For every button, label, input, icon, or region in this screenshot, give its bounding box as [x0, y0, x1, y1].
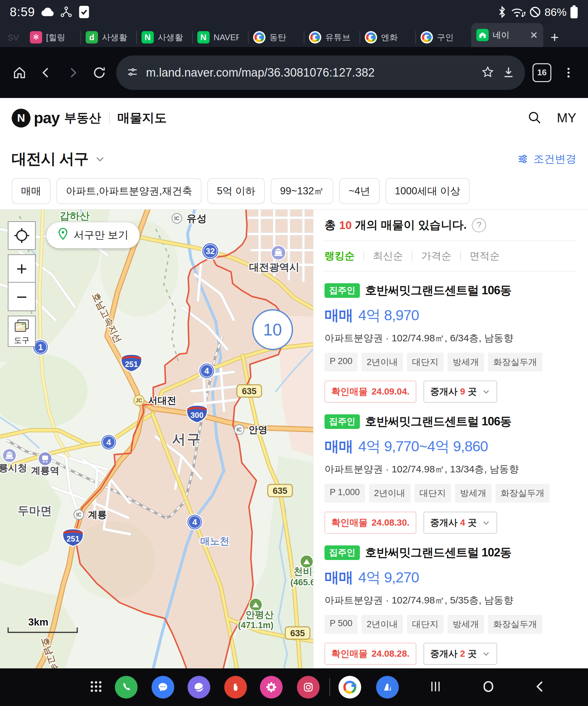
zoom-out-button[interactable]: −: [8, 283, 36, 311]
svg-text:251: 251: [67, 534, 79, 543]
home-nav-button[interactable]: [481, 679, 496, 695]
divider: [109, 112, 110, 124]
home-button[interactable]: [7, 61, 32, 85]
url-text[interactable]: m.land.naver.com/map/36.3081076:127.382: [146, 66, 474, 79]
listing-item[interactable]: 집주인 호반써밋그랜드센트럴 106동 매매4억 8,970 아파트분양권 · …: [324, 272, 576, 403]
cloud-icon: [40, 6, 54, 17]
tab-switcher-button[interactable]: 16: [530, 61, 554, 85]
route-shield-4a: 4: [199, 363, 214, 379]
map-label-maenocheon: 매노천: [200, 536, 229, 546]
naver-land-app-icon[interactable]: [376, 676, 399, 699]
molecule-icon: [60, 5, 73, 18]
apps-grid-icon[interactable]: [89, 679, 103, 695]
forward-button[interactable]: [61, 61, 85, 85]
browser-chrome: 8:59: [0, 0, 588, 47]
listing-tags: P 2002년이내 대단지방세개 화장실두개: [324, 353, 576, 371]
new-tab-button[interactable]: +: [543, 28, 566, 47]
site-settings-icon[interactable]: [126, 66, 139, 80]
tab-active-naver-land[interactable]: 네이 ✕: [471, 23, 543, 47]
recents-nav-button[interactable]: [428, 679, 443, 695]
map-label-cheonbisan: 천비산: [294, 566, 313, 577]
station-icon: [38, 452, 52, 466]
route-shield-635c: 635: [285, 627, 310, 639]
svg-text:4: 4: [204, 366, 209, 376]
url-bar[interactable]: m.land.naver.com/map/36.3081076:127.382: [116, 55, 525, 90]
condition-change-button[interactable]: 조건변경: [517, 152, 576, 166]
tab-privacy-2[interactable]: N 사생활: [136, 28, 192, 47]
camera-icon[interactable]: [297, 676, 320, 699]
section-label[interactable]: 부동산: [64, 110, 101, 126]
listing-item[interactable]: 집주인 호반써밋그랜드센트럴 105동 매매4억 9,770: [324, 665, 576, 668]
filter-section: 대전시 서구 조건변경 매매 아파트,아파트분양권,재건축 5억 이하 99~1…: [0, 138, 588, 209]
sort-newest[interactable]: 최신순: [373, 249, 403, 263]
dock-divider: [329, 678, 330, 696]
content: 갑하산 (468.7m) 서구 두마면 매노천 호남고속지선 호남고속지선 대전…: [0, 209, 588, 668]
tab-privacy-1[interactable]: d 사생활: [80, 28, 136, 47]
band-icon[interactable]: [224, 676, 247, 699]
svg-text:635: 635: [290, 628, 305, 638]
sort-ranking[interactable]: 랭킹순: [324, 249, 355, 263]
browser-toolbar: m.land.naver.com/map/36.3081076:127.382 …: [0, 47, 588, 98]
cluster-marker[interactable]: 10: [253, 310, 292, 349]
search-icon[interactable]: [527, 110, 542, 126]
svg-text:IC: IC: [76, 512, 81, 517]
reload-button[interactable]: [87, 61, 112, 85]
map-label-cheonbisan-elev: (465.6m: [290, 578, 313, 587]
back-button[interactable]: [34, 61, 58, 85]
google-app-icon[interactable]: [339, 676, 361, 699]
show-district-only-button[interactable]: 서구만 보기: [46, 222, 140, 248]
messages-icon[interactable]: [152, 676, 174, 699]
samsung-internet-icon[interactable]: [188, 676, 210, 699]
chip-property-type[interactable]: 아파트,아파트분양권,재건축: [56, 178, 201, 204]
map-tools-button[interactable]: 도구: [8, 316, 36, 347]
chip-price[interactable]: 5억 이하: [207, 178, 265, 204]
agents-dropdown[interactable]: 중개사 4곳: [424, 512, 498, 534]
blog-flower-icon[interactable]: [260, 676, 283, 699]
chip-trade-type[interactable]: 매매: [12, 178, 51, 204]
chevron-down-icon[interactable]: [94, 153, 106, 164]
naver-pay-logo[interactable]: N: [12, 109, 31, 127]
chip-area[interactable]: 99~132㎡: [271, 178, 333, 204]
download-icon[interactable]: [502, 65, 515, 80]
svg-text:1: 1: [38, 342, 43, 352]
pin-icon: [57, 228, 69, 243]
sort-area[interactable]: 면적순: [470, 249, 500, 263]
site-header: N pay 부동산 매물지도 MY: [0, 98, 588, 138]
blocked-icon: [529, 6, 541, 18]
my-menu[interactable]: MY: [557, 111, 576, 125]
zoom-in-button[interactable]: +: [8, 254, 36, 283]
owner-badge: 집주인: [324, 545, 360, 560]
listing-item[interactable]: 집주인 호반써밋그랜드센트럴 102동 매매4억 9,270 아파트분양권 · …: [324, 534, 576, 665]
pay-logo-text[interactable]: pay: [34, 109, 60, 127]
google-icon: [309, 31, 321, 43]
chip-households[interactable]: 1000세대 이상: [386, 178, 470, 204]
help-icon[interactable]: ?: [472, 218, 486, 232]
region-selector[interactable]: 대전시 서구: [12, 149, 89, 169]
tab-partial[interactable]: SV: [2, 28, 25, 47]
chip-age[interactable]: ~4년: [339, 178, 379, 204]
owner-badge: 집주인: [324, 414, 360, 429]
agents-dropdown[interactable]: 중개사 2곳: [424, 643, 498, 665]
clock: 8:59: [10, 5, 35, 19]
google-icon: [365, 31, 377, 43]
listing-item[interactable]: 집주인 호반써밋그랜드센트럴 106동 매매4억 9,770~4억 9,860 …: [324, 403, 576, 534]
tab-healing[interactable]: ✻ [힐링: [25, 28, 80, 47]
back-nav-button[interactable]: [533, 679, 547, 695]
svg-text:4: 4: [192, 517, 197, 527]
locate-button[interactable]: [8, 221, 36, 250]
svg-text:계룡: 계룡: [88, 509, 107, 520]
map-label-station: 계룡역: [31, 465, 60, 476]
tab-naver[interactable]: N NAVER: [192, 28, 248, 47]
close-tab-icon[interactable]: ✕: [530, 30, 538, 41]
bookmark-star-icon[interactable]: [481, 65, 495, 80]
agents-dropdown[interactable]: 중개사 9곳: [424, 381, 498, 403]
tab-yen[interactable]: 엔화: [359, 28, 415, 47]
sort-price[interactable]: 가격순: [421, 249, 452, 263]
tab-dongtan[interactable]: 동탄: [248, 28, 304, 47]
map-label-anpyeongsan: 안평산: [246, 609, 274, 620]
phone-icon[interactable]: [115, 676, 138, 699]
menu-kebab-icon[interactable]: [556, 61, 581, 85]
map-canvas[interactable]: 갑하산 (468.7m) 서구 두마면 매노천 호남고속지선 호남고속지선 대전…: [0, 209, 313, 669]
tab-jobs[interactable]: 구인: [415, 28, 471, 47]
tab-youtube[interactable]: 유튜브: [304, 28, 359, 47]
